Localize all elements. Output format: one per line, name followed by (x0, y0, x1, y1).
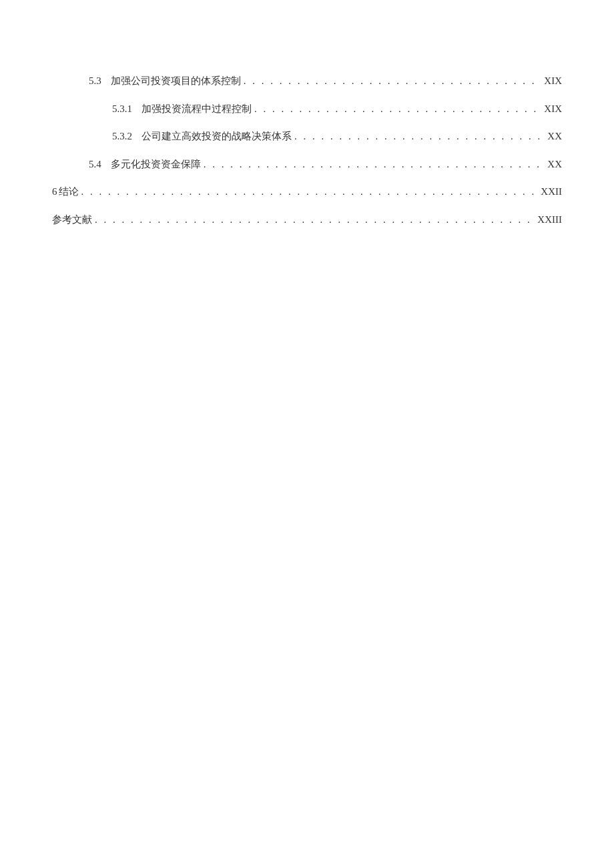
toc-entry-left: 5.3.1加强投资流程中过程控制 (112, 103, 252, 115)
toc-entry-title: 参考文献 (52, 213, 92, 226)
toc-entry: 5.3.1加强投资流程中过程控制 XIX (52, 103, 562, 115)
toc-entry-page: XXII (541, 186, 562, 197)
toc-entry-left: 5.4多元化投资资金保障 (89, 158, 201, 171)
toc-entry-page: XIX (544, 103, 562, 115)
toc-entry: 6结论 XXII (52, 185, 562, 198)
toc-entry-page: XIX (544, 75, 562, 87)
toc-entry-title: 结论 (59, 185, 79, 198)
toc-entry: 5.4多元化投资资金保障 XX (52, 158, 562, 171)
toc-entry-number: 6 (52, 186, 57, 197)
toc-leader-dots (95, 214, 535, 226)
toc-entry-number: 5.4 (89, 159, 101, 170)
toc-entry-title: 多元化投资资金保障 (111, 158, 201, 171)
toc-leader-dots (254, 103, 541, 115)
toc-entry-left: 参考文献 (52, 213, 92, 226)
toc-entry: 5.3.2公司建立高效投资的战略决策体系 XX (52, 130, 562, 143)
toc-entry-number: 5.3.1 (112, 103, 132, 115)
toc-leader-dots (244, 75, 542, 87)
toc-entry-left: 5.3.2公司建立高效投资的战略决策体系 (112, 130, 292, 143)
toc-leader-dots (294, 131, 545, 142)
toc-leader-dots (204, 159, 545, 170)
toc-entry-page: XXIII (537, 214, 562, 226)
toc-entry-number: 5.3.2 (112, 131, 132, 142)
document-page: 5.3加强公司投资项目的体系控制 XIX 5.3.1加强投资流程中过程控制 XI… (0, 0, 614, 226)
toc-entry: 5.3加强公司投资项目的体系控制 XIX (52, 75, 562, 87)
toc-leader-dots (81, 186, 539, 197)
toc-entry-title: 加强投资流程中过程控制 (141, 103, 252, 115)
toc-entry-left: 6结论 (52, 185, 79, 198)
toc-entry: 参考文献 XXIII (52, 213, 562, 226)
toc-entry-page: XX (547, 131, 562, 142)
toc-entry-number: 5.3 (89, 75, 101, 87)
toc-entry-title: 加强公司投资项目的体系控制 (111, 75, 241, 87)
toc-entry-title: 公司建立高效投资的战略决策体系 (141, 130, 292, 143)
toc-entry-left: 5.3加强公司投资项目的体系控制 (89, 75, 241, 87)
toc-entry-page: XX (547, 159, 562, 170)
